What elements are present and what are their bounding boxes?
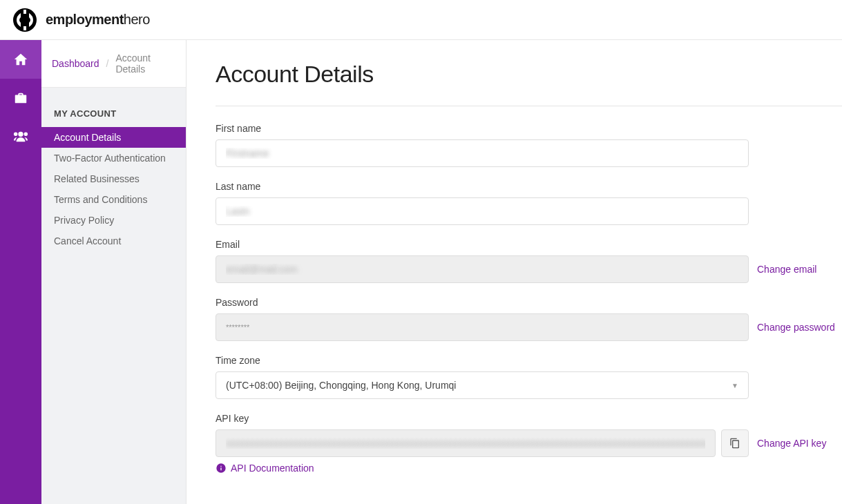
nav-briefcase[interactable] — [0, 79, 41, 117]
sidebar-item-label: Two-Factor Authentication — [54, 153, 166, 164]
sidebar-item-terms[interactable]: Terms and Conditions — [41, 189, 186, 210]
svg-rect-2 — [23, 26, 26, 30]
first-name-label: First name — [216, 123, 842, 134]
api-doc-label: API Documentation — [231, 463, 314, 474]
password-input — [216, 313, 749, 341]
email-input — [216, 255, 749, 283]
change-password-link[interactable]: Change password — [754, 322, 835, 333]
api-key-label: API key — [216, 413, 842, 424]
breadcrumb-root[interactable]: Dashboard — [52, 58, 99, 69]
breadcrumb-separator: / — [106, 58, 109, 69]
sidebar-item-label: Privacy Policy — [54, 215, 114, 226]
form-group-password: Password Change password — [216, 297, 842, 341]
divider — [216, 106, 842, 106]
timezone-select[interactable]: (UTC+08:00) Beijing, Chongqing, Hong Kon… — [216, 371, 749, 399]
sidebar-item-label: Terms and Conditions — [54, 194, 147, 205]
breadcrumb: Dashboard / Account Details — [41, 40, 186, 88]
sidebar-item-account-details[interactable]: Account Details — [41, 127, 186, 148]
people-icon — [13, 129, 28, 144]
copy-api-key-button[interactable] — [721, 429, 749, 457]
change-api-key-link[interactable]: Change API key — [754, 438, 826, 449]
change-email-link[interactable]: Change email — [754, 264, 816, 275]
briefcase-icon — [13, 90, 28, 106]
form-group-first-name: First name — [216, 123, 842, 167]
sidebar: Dashboard / Account Details MY ACCOUNT A… — [41, 40, 186, 504]
sidebar-item-related-businesses[interactable]: Related Businesses — [41, 168, 186, 189]
info-icon — [216, 463, 227, 474]
page-title: Account Details — [216, 61, 842, 88]
last-name-input[interactable] — [216, 197, 749, 225]
timezone-label: Time zone — [216, 355, 842, 366]
content-area: Account Details First name Last name Ema… — [186, 40, 842, 504]
api-documentation-link[interactable]: API Documentation — [216, 463, 842, 474]
sidebar-section-header: MY ACCOUNT — [41, 88, 186, 127]
svg-rect-1 — [23, 10, 26, 14]
logo-text: employmenthero — [46, 12, 150, 28]
sidebar-item-cancel-account[interactable]: Cancel Account — [41, 231, 186, 251]
first-name-input[interactable] — [216, 139, 749, 167]
last-name-label: Last name — [216, 181, 842, 192]
breadcrumb-current: Account Details — [115, 52, 175, 75]
nav-rail — [0, 40, 41, 504]
email-label: Email — [216, 239, 842, 250]
copy-icon — [729, 438, 740, 449]
password-label: Password — [216, 297, 842, 308]
api-key-input — [216, 429, 716, 457]
sidebar-item-2fa[interactable]: Two-Factor Authentication — [41, 148, 186, 168]
nav-people[interactable] — [0, 117, 41, 156]
chevron-down-icon: ▼ — [731, 382, 738, 389]
sidebar-item-privacy[interactable]: Privacy Policy — [41, 210, 186, 231]
logo[interactable]: employmenthero — [12, 8, 150, 32]
sidebar-item-label: Account Details — [54, 132, 121, 143]
nav-home[interactable] — [0, 40, 41, 79]
sidebar-item-label: Cancel Account — [54, 235, 121, 246]
form-group-timezone: Time zone (UTC+08:00) Beijing, Chongqing… — [216, 355, 842, 399]
app-header: employmenthero — [0, 0, 842, 40]
home-icon — [13, 52, 28, 67]
form-group-last-name: Last name — [216, 181, 842, 225]
form-group-api-key: API key Change API key API Documentation — [216, 413, 842, 474]
sidebar-item-label: Related Businesses — [54, 173, 140, 184]
logo-icon — [12, 8, 37, 32]
form-group-email: Email Change email — [216, 239, 842, 283]
timezone-value: (UTC+08:00) Beijing, Chongqing, Hong Kon… — [226, 380, 456, 391]
